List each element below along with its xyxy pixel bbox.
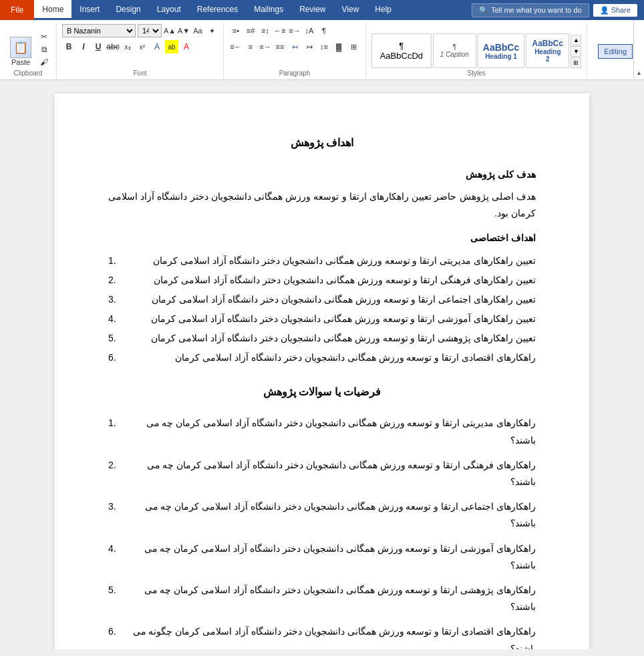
copy-button[interactable]: ⧉ [37, 43, 51, 55]
specific-goals-title: اهداف اختصاصی [108, 230, 536, 247]
subscript-button[interactable]: x₂ [121, 40, 134, 53]
font-size-select[interactable]: 14 [138, 24, 162, 37]
shading-button[interactable]: ▓ [332, 40, 345, 53]
paragraph-row1: ≡• ≡# ≡↕ ←≡ ≡→ ↕A ¶ [229, 24, 331, 37]
bullets-button[interactable]: ≡• [229, 24, 243, 37]
font-label: Font [62, 68, 218, 78]
strikethrough-button[interactable]: abc [106, 40, 120, 53]
borders-button[interactable]: ⊞ [347, 40, 360, 53]
list-number: .1 [108, 253, 116, 269]
editing-button[interactable]: Editing [598, 44, 633, 59]
paragraph-row2: ≡← ≡ ≡→ ≡≡ ↤ ↦ ↕≡ ▓ ⊞ [229, 40, 360, 53]
style-h2[interactable]: AaBbCc Heading 2 [526, 33, 569, 68]
ltr-button[interactable]: ↦ [303, 40, 316, 53]
tab-mailings[interactable]: Mailings [246, 0, 291, 20]
tab-design[interactable]: Design [108, 0, 148, 20]
superscript-button[interactable]: x² [136, 40, 149, 53]
general-goal-title: هدف کلی پژوهش [108, 166, 536, 183]
align-center-button[interactable]: ≡ [244, 40, 257, 53]
underline-button[interactable]: U [92, 40, 105, 53]
font-group: B Nazanin 14 A▲ A▼ Aa ✦ B I U abc x₂ [57, 23, 224, 79]
list-text: تعیین راهکارهای فرهنگی ارتقا و توسعه ورز… [120, 272, 536, 289]
collapse-ribbon-button[interactable]: ▲ [633, 20, 644, 79]
increase-font-button[interactable]: A▲ [164, 25, 176, 37]
cut-button[interactable]: ✂ [37, 31, 51, 43]
paste-label: Paste [11, 58, 30, 66]
tab-review[interactable]: Review [291, 0, 333, 20]
paragraph-group: ≡• ≡# ≡↕ ←≡ ≡→ ↕A ¶ ≡← ≡ ≡→ ≡≡ ↤ ↦ ↕≡ ▓ [224, 23, 366, 79]
justify-button[interactable]: ≡≡ [273, 40, 287, 53]
style-h1-preview: AaBbCc [483, 42, 519, 53]
list-number: .3 [108, 291, 116, 308]
tab-references[interactable]: References [189, 0, 246, 20]
hypothesis-item: .4راهکارهای آموزشی ارتقا و توسعه ورزش هم… [108, 540, 536, 574]
font-name-select[interactable]: B Nazanin [62, 24, 136, 37]
styles-scroll-up[interactable]: ▲ [571, 35, 581, 45]
font-color-button[interactable]: A [180, 40, 193, 53]
tab-help[interactable]: Help [367, 0, 399, 20]
line-spacing-button[interactable]: ↕≡ [317, 40, 331, 53]
styles-gallery: ¶ AaBbCcDd ¶ 1 Caption AaBbCc Heading 1 … [371, 33, 569, 68]
list-number: .3 [108, 498, 116, 532]
style-caption[interactable]: ¶ 1 Caption [433, 33, 476, 68]
specific-goal-item: .2تعیین راهکارهای فرهنگی ارتقا و توسعه و… [108, 272, 536, 289]
hypothesis-text: راهکارهای آموزشی ارتقا و توسعه ورزش همگا… [120, 540, 536, 574]
list-number: .1 [108, 415, 116, 448]
list-text: تعیین راهکارهای آموزشی ارتقا و توسعه ورز… [120, 311, 536, 327]
styles-scroll-buttons: ▲ ▼ ⊞ [571, 35, 581, 68]
styles-scroll-down[interactable]: ▼ [571, 46, 581, 57]
highlight-button[interactable]: ab [165, 40, 178, 53]
ribbon-container: File Home Insert Design Layout Reference… [0, 0, 644, 80]
multilevel-list-button[interactable]: ≡↕ [259, 24, 272, 37]
tab-insert[interactable]: Insert [71, 0, 108, 20]
hypotheses-list: .1راهکارهای مدیریتی ارتقا و توسعه ورزش ه… [108, 415, 536, 649]
increase-indent-button[interactable]: ≡→ [288, 24, 301, 37]
align-left-button[interactable]: ≡← [229, 40, 243, 53]
hypothesis-text: راهکارهای فرهنگی ارتقا و توسعه ورزش همگا… [120, 457, 536, 490]
paragraph-content: ≡• ≡# ≡↕ ←≡ ≡→ ↕A ¶ ≡← ≡ ≡→ ≡≡ ↤ ↦ ↕≡ ▓ [229, 24, 360, 68]
sort-button[interactable]: ↕A [303, 24, 316, 37]
format-painter-button[interactable]: 🖌 [37, 56, 51, 68]
styles-group: ¶ AaBbCcDd ¶ 1 Caption AaBbCc Heading 1 … [366, 23, 587, 79]
style-h1[interactable]: AaBbCc Heading 1 [478, 33, 525, 68]
paste-button[interactable]: 📋 Paste [5, 35, 36, 68]
align-right-button[interactable]: ≡→ [259, 40, 272, 53]
clipboard-group: 📋 Paste ✂ ⧉ 🖌 Clipboard [0, 23, 57, 79]
tab-layout[interactable]: Layout [149, 0, 189, 20]
bold-button[interactable]: B [62, 40, 75, 53]
list-text: تعیین راهکارهای پژوهشی ارتقا و توسعه ورز… [120, 330, 536, 347]
decrease-indent-button[interactable]: ←≡ [273, 24, 287, 37]
decrease-font-button[interactable]: A▼ [178, 25, 190, 37]
rtl-button[interactable]: ↤ [288, 40, 301, 53]
specific-goal-item: .3تعیین راهکارهای اجتماعی ارتقا و توسعه … [108, 291, 536, 308]
tab-home[interactable]: Home [34, 0, 71, 20]
style-normal[interactable]: ¶ AaBbCcDd [371, 33, 432, 68]
specific-goal-item: .5تعیین راهکارهای پژوهشی ارتقا و توسعه و… [108, 330, 536, 347]
change-case-button[interactable]: Aa [192, 25, 204, 37]
share-button[interactable]: 👤 Share [593, 4, 637, 17]
ribbon-toolbar: 📋 Paste ✂ ⧉ 🖌 Clipboard B Nazanin [0, 20, 644, 80]
style-h2-preview: AaBbCc [532, 39, 564, 48]
specific-goal-item: .6راهکارهای اقتصادی ارتقا و توسعه ورزش ه… [108, 349, 536, 366]
hypothesis-text: راهکارهای پژوهشی ارتقا و توسعه ورزش همگا… [120, 582, 536, 615]
specific-goal-item: .1تعیین راهکارهای مدیریتی ارتقا و توسعه … [108, 253, 536, 269]
clipboard-label: Clipboard [5, 68, 51, 78]
specific-goals-list: .1تعیین راهکارهای مدیریتی ارتقا و توسعه … [108, 253, 536, 367]
styles-expand[interactable]: ⊞ [571, 57, 581, 68]
font-name-row: B Nazanin 14 A▲ A▼ Aa ✦ [62, 24, 218, 37]
text-effects-button[interactable]: A [150, 40, 164, 53]
list-text: تعیین راهکارهای مدیریتی ارتقا و توسعه ور… [120, 253, 536, 269]
hypothesis-item: .3راهکارهای اجتماعی ارتقا و توسعه ورزش ه… [108, 498, 536, 532]
share-icon: 👤 [600, 6, 609, 15]
show-marks-button[interactable]: ¶ [317, 24, 331, 37]
italic-button[interactable]: I [77, 40, 90, 53]
font-content: B Nazanin 14 A▲ A▼ Aa ✦ B I U abc x₂ [62, 24, 218, 68]
numbering-button[interactable]: ≡# [244, 24, 257, 37]
general-goal-text: هدف اصلی پژوهش حاضر تعیین راهکارهای ارتق… [108, 188, 536, 222]
tab-view[interactable]: View [334, 0, 367, 20]
tab-file[interactable]: File [0, 0, 34, 20]
list-number: .4 [108, 540, 116, 574]
tell-me-input[interactable]: 🔍 Tell me what you want to do [472, 3, 589, 17]
style-normal-preview: ¶ AaBbCcDd [377, 41, 426, 61]
clear-format-button[interactable]: ✦ [206, 25, 218, 37]
